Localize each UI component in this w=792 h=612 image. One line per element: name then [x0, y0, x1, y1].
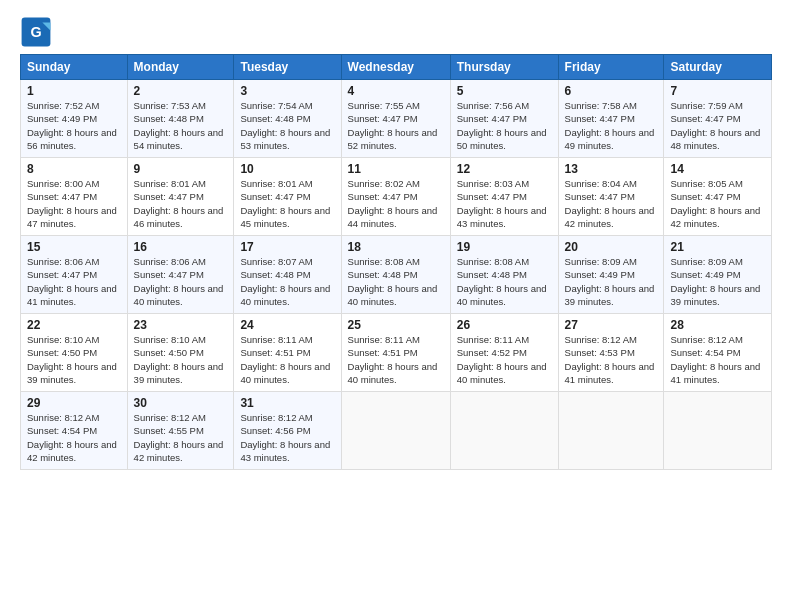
day-number: 2 [134, 84, 228, 98]
day-number: 17 [240, 240, 334, 254]
table-row: 20Sunrise: 8:09 AMSunset: 4:49 PMDayligh… [558, 236, 664, 314]
day-number: 3 [240, 84, 334, 98]
table-row: 5Sunrise: 7:56 AMSunset: 4:47 PMDaylight… [450, 80, 558, 158]
weekday-tuesday: Tuesday [234, 55, 341, 80]
day-info: Sunrise: 7:58 AMSunset: 4:47 PMDaylight:… [565, 99, 658, 152]
week-row-1: 1Sunrise: 7:52 AMSunset: 4:49 PMDaylight… [21, 80, 772, 158]
day-number: 6 [565, 84, 658, 98]
table-row: 29Sunrise: 8:12 AMSunset: 4:54 PMDayligh… [21, 392, 128, 470]
week-row-3: 15Sunrise: 8:06 AMSunset: 4:47 PMDayligh… [21, 236, 772, 314]
weekday-header-row: SundayMondayTuesdayWednesdayThursdayFrid… [21, 55, 772, 80]
day-number: 13 [565, 162, 658, 176]
table-row: 28Sunrise: 8:12 AMSunset: 4:54 PMDayligh… [664, 314, 772, 392]
table-row: 8Sunrise: 8:00 AMSunset: 4:47 PMDaylight… [21, 158, 128, 236]
day-number: 14 [670, 162, 765, 176]
table-row: 21Sunrise: 8:09 AMSunset: 4:49 PMDayligh… [664, 236, 772, 314]
day-number: 25 [348, 318, 444, 332]
day-number: 19 [457, 240, 552, 254]
day-info: Sunrise: 8:01 AMSunset: 4:47 PMDaylight:… [134, 177, 228, 230]
day-number: 21 [670, 240, 765, 254]
day-number: 16 [134, 240, 228, 254]
day-info: Sunrise: 8:00 AMSunset: 4:47 PMDaylight:… [27, 177, 121, 230]
day-number: 31 [240, 396, 334, 410]
day-number: 26 [457, 318, 552, 332]
day-info: Sunrise: 8:01 AMSunset: 4:47 PMDaylight:… [240, 177, 334, 230]
day-number: 28 [670, 318, 765, 332]
day-number: 5 [457, 84, 552, 98]
day-number: 8 [27, 162, 121, 176]
weekday-saturday: Saturday [664, 55, 772, 80]
day-info: Sunrise: 8:12 AMSunset: 4:53 PMDaylight:… [565, 333, 658, 386]
weekday-monday: Monday [127, 55, 234, 80]
table-row: 13Sunrise: 8:04 AMSunset: 4:47 PMDayligh… [558, 158, 664, 236]
weekday-thursday: Thursday [450, 55, 558, 80]
day-number: 15 [27, 240, 121, 254]
table-row: 2Sunrise: 7:53 AMSunset: 4:48 PMDaylight… [127, 80, 234, 158]
day-number: 7 [670, 84, 765, 98]
table-row: 26Sunrise: 8:11 AMSunset: 4:52 PMDayligh… [450, 314, 558, 392]
table-row: 25Sunrise: 8:11 AMSunset: 4:51 PMDayligh… [341, 314, 450, 392]
table-row: 14Sunrise: 8:05 AMSunset: 4:47 PMDayligh… [664, 158, 772, 236]
day-info: Sunrise: 8:10 AMSunset: 4:50 PMDaylight:… [27, 333, 121, 386]
weekday-wednesday: Wednesday [341, 55, 450, 80]
day-number: 18 [348, 240, 444, 254]
day-info: Sunrise: 8:12 AMSunset: 4:54 PMDaylight:… [27, 411, 121, 464]
table-row [558, 392, 664, 470]
table-row [664, 392, 772, 470]
table-row: 30Sunrise: 8:12 AMSunset: 4:55 PMDayligh… [127, 392, 234, 470]
day-number: 9 [134, 162, 228, 176]
day-number: 11 [348, 162, 444, 176]
day-number: 27 [565, 318, 658, 332]
day-info: Sunrise: 8:07 AMSunset: 4:48 PMDaylight:… [240, 255, 334, 308]
table-row: 15Sunrise: 8:06 AMSunset: 4:47 PMDayligh… [21, 236, 128, 314]
day-info: Sunrise: 8:12 AMSunset: 4:54 PMDaylight:… [670, 333, 765, 386]
day-number: 29 [27, 396, 121, 410]
day-number: 23 [134, 318, 228, 332]
table-row: 23Sunrise: 8:10 AMSunset: 4:50 PMDayligh… [127, 314, 234, 392]
day-info: Sunrise: 8:12 AMSunset: 4:56 PMDaylight:… [240, 411, 334, 464]
table-row: 18Sunrise: 8:08 AMSunset: 4:48 PMDayligh… [341, 236, 450, 314]
day-number: 12 [457, 162, 552, 176]
day-number: 24 [240, 318, 334, 332]
day-info: Sunrise: 8:06 AMSunset: 4:47 PMDaylight:… [27, 255, 121, 308]
week-row-4: 22Sunrise: 8:10 AMSunset: 4:50 PMDayligh… [21, 314, 772, 392]
day-info: Sunrise: 8:12 AMSunset: 4:55 PMDaylight:… [134, 411, 228, 464]
day-info: Sunrise: 8:06 AMSunset: 4:47 PMDaylight:… [134, 255, 228, 308]
week-row-5: 29Sunrise: 8:12 AMSunset: 4:54 PMDayligh… [21, 392, 772, 470]
day-number: 4 [348, 84, 444, 98]
table-row: 9Sunrise: 8:01 AMSunset: 4:47 PMDaylight… [127, 158, 234, 236]
day-info: Sunrise: 8:02 AMSunset: 4:47 PMDaylight:… [348, 177, 444, 230]
week-row-2: 8Sunrise: 8:00 AMSunset: 4:47 PMDaylight… [21, 158, 772, 236]
day-info: Sunrise: 8:09 AMSunset: 4:49 PMDaylight:… [670, 255, 765, 308]
table-row [450, 392, 558, 470]
svg-text:G: G [30, 24, 41, 40]
table-row: 11Sunrise: 8:02 AMSunset: 4:47 PMDayligh… [341, 158, 450, 236]
calendar-table: SundayMondayTuesdayWednesdayThursdayFrid… [20, 54, 772, 470]
day-number: 20 [565, 240, 658, 254]
table-row: 31Sunrise: 8:12 AMSunset: 4:56 PMDayligh… [234, 392, 341, 470]
weekday-friday: Friday [558, 55, 664, 80]
day-info: Sunrise: 8:05 AMSunset: 4:47 PMDaylight:… [670, 177, 765, 230]
table-row: 7Sunrise: 7:59 AMSunset: 4:47 PMDaylight… [664, 80, 772, 158]
table-row: 27Sunrise: 8:12 AMSunset: 4:53 PMDayligh… [558, 314, 664, 392]
calendar-page: G SundayMondayTuesdayWednesdayThursdayFr… [0, 0, 792, 480]
table-row [341, 392, 450, 470]
day-info: Sunrise: 7:56 AMSunset: 4:47 PMDaylight:… [457, 99, 552, 152]
day-number: 10 [240, 162, 334, 176]
day-number: 30 [134, 396, 228, 410]
day-info: Sunrise: 7:53 AMSunset: 4:48 PMDaylight:… [134, 99, 228, 152]
logo-icon: G [20, 16, 52, 48]
table-row: 17Sunrise: 8:07 AMSunset: 4:48 PMDayligh… [234, 236, 341, 314]
day-info: Sunrise: 7:52 AMSunset: 4:49 PMDaylight:… [27, 99, 121, 152]
day-info: Sunrise: 8:11 AMSunset: 4:51 PMDaylight:… [240, 333, 334, 386]
day-info: Sunrise: 7:54 AMSunset: 4:48 PMDaylight:… [240, 99, 334, 152]
day-info: Sunrise: 8:11 AMSunset: 4:51 PMDaylight:… [348, 333, 444, 386]
day-info: Sunrise: 8:08 AMSunset: 4:48 PMDaylight:… [457, 255, 552, 308]
day-number: 22 [27, 318, 121, 332]
weekday-sunday: Sunday [21, 55, 128, 80]
table-row: 10Sunrise: 8:01 AMSunset: 4:47 PMDayligh… [234, 158, 341, 236]
day-info: Sunrise: 7:55 AMSunset: 4:47 PMDaylight:… [348, 99, 444, 152]
day-info: Sunrise: 8:08 AMSunset: 4:48 PMDaylight:… [348, 255, 444, 308]
day-info: Sunrise: 8:04 AMSunset: 4:47 PMDaylight:… [565, 177, 658, 230]
day-info: Sunrise: 8:11 AMSunset: 4:52 PMDaylight:… [457, 333, 552, 386]
